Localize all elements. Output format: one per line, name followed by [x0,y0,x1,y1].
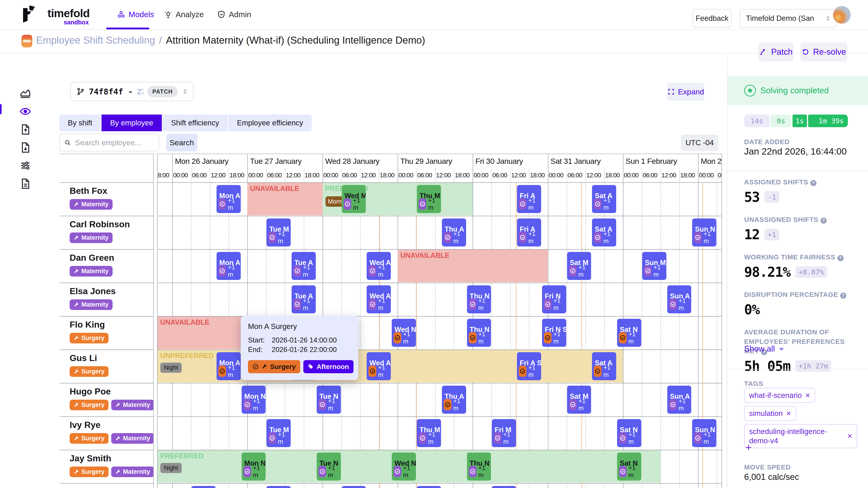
shift-block[interactable]: Wed A+1 m [367,252,391,280]
shift-block[interactable] [417,486,441,488]
shift-block[interactable]: Fri N+1 m [542,285,566,313]
remove-tag-icon[interactable]: × [847,431,852,441]
help-icon[interactable]: ? [820,218,827,224]
orange-clock-badge [519,365,526,377]
shift-block[interactable]: Mon A+1 m [217,352,241,380]
skill-badge-label: Maternity [123,468,150,475]
timefold-logo-icon[interactable] [19,5,41,24]
shift-block[interactable]: Fri A S+1 m [517,352,541,380]
shift-block[interactable]: Mon A+1 m [217,252,241,280]
rail-item-export[interactable] [20,142,31,153]
tag-pill[interactable]: what-if-scenario× [744,388,815,403]
shift-block[interactable]: Tue N+1 m [317,453,341,481]
rail-item-view[interactable] [20,105,31,117]
shift-block[interactable] [267,486,291,488]
nav-models[interactable]: Models [117,0,154,29]
remove-tag-icon[interactable]: × [805,391,810,400]
shift-duration-badge: +1 m [318,397,341,412]
nav-analyze[interactable]: Analyze [164,0,204,29]
shift-block[interactable]: Sat A+1 m [592,352,616,380]
shift-block[interactable]: Mon N+1 m [242,453,266,481]
shift-block[interactable]: Sat M+1 m [567,252,591,280]
shift-block[interactable]: Fri N S+1 m [542,319,566,347]
help-icon[interactable]: ? [840,293,846,299]
user-avatar[interactable] [833,6,851,24]
search-input[interactable] [74,138,154,147]
row-separator [158,416,721,417]
shift-block[interactable]: Thu N+1 m [467,453,491,481]
shift-block[interactable]: Sat N+1 m [617,453,641,481]
shift-block[interactable] [191,486,216,488]
shift-block[interactable]: Sat A+1 m [592,219,616,247]
shift-block[interactable]: Thu A+1 m [442,219,466,247]
workspace-select[interactable]: Timefold Demo (San [740,9,836,28]
rail-item-logs[interactable] [20,178,31,190]
tag-pill[interactable]: simulation× [744,406,796,421]
shift-block[interactable]: Thu N+1 m [467,319,491,347]
shift-block[interactable]: Fri M+1 m [492,419,516,447]
shift-block[interactable]: Mon A+1 m [217,185,241,213]
shift-block[interactable]: Thu M+1 m [417,419,441,447]
help-icon[interactable]: ? [810,180,816,186]
rail-item-overview[interactable] [20,88,31,99]
purple-clock-badge [469,299,476,310]
nav-admin[interactable]: Admin [217,0,251,29]
tab-by-employee[interactable]: By employee [101,115,162,131]
rail-item-import[interactable] [20,124,31,135]
shift-block[interactable]: Wed A+1 m [367,352,391,380]
clock-check-icon [244,401,250,408]
shift-block[interactable]: Tue A+1 m [291,252,316,280]
timezone-chip[interactable]: UTC -04 [681,135,718,151]
shift-block[interactable]: Sun M+1 m [642,252,666,280]
schedule-grid[interactable]: 00:0006:0012:0018:00Mon 26 January00:000… [157,154,722,488]
commit-select[interactable]: 74f8f4f - 27 days ago PATCH [70,82,193,101]
shift-block[interactable]: Tue N+1 m [317,386,341,414]
rail-item-settings[interactable] [20,160,31,171]
shift-block[interactable]: Sun A+1 m [667,386,691,414]
shift-block[interactable]: Thu A+1 m [442,386,466,414]
shift-block[interactable]: Sat A+1 m [592,185,616,213]
stat-value-row: 0% [744,302,857,318]
shift-block[interactable]: Sun A+1 m [667,285,691,313]
shift-block[interactable]: Sat M+1 m [567,386,591,414]
shift-block[interactable]: Thu M+1 m [417,185,441,213]
shift-block[interactable]: Tue A+1 m [291,285,316,313]
feedback-button[interactable]: Feedback [692,9,732,28]
shift-block[interactable]: Sat N+1 m [617,419,641,447]
shift-block[interactable]: Thu N+1 m [467,285,491,313]
search-box[interactable] [59,134,159,151]
shift-block[interactable]: Wed N+1 m [392,319,416,347]
shift-block[interactable]: Sun N+1 m [692,419,716,447]
shift-block[interactable]: Tue M+1 m [267,419,291,447]
skill-badge-surgery: Surgery [70,433,108,444]
commit-hash: 74f8f4f - [89,87,133,96]
shift-block[interactable] [492,486,516,488]
shift-block[interactable]: Tue M+1 m [267,219,291,247]
show-all-toggle[interactable]: Show all [744,344,785,354]
shift-block[interactable]: Fri A+1 m [517,219,541,247]
shift-block[interactable]: Sun N+1 m [692,219,716,247]
shift-block[interactable]: Wed A+1 m [367,285,391,313]
shift-block[interactable]: Mon N+1 m [242,386,266,414]
shift-block[interactable]: Wed M+1 m [342,185,366,213]
expand-button[interactable]: Expand [667,83,704,101]
brand-name[interactable]: timefold [48,7,90,20]
shift-block[interactable]: Wed N+1 m [392,453,416,481]
tab-by-shift[interactable]: By shift [59,115,101,131]
tab-shift-efficiency[interactable]: Shift efficiency [162,115,228,131]
shift-block[interactable]: Sat N+1 m [617,319,641,347]
search-icon [64,139,71,147]
skill-badge-maternity: Maternity [70,199,113,210]
availability-region-label: UNAVAILABLE [160,318,210,326]
breadcrumb-model-link[interactable]: Employee Shift Scheduling [36,35,155,46]
tab-employee-efficiency[interactable]: Employee efficiency [228,115,312,131]
search-button[interactable]: Search [166,134,197,151]
tag-pill[interactable]: scheduling-intelligence-demo-v4× [744,424,857,448]
add-tag-button[interactable]: + [745,442,752,453]
shift-block[interactable]: Fri A+1 m [517,185,541,213]
patch-button[interactable]: Patch [758,42,794,61]
help-icon[interactable]: ? [837,255,844,261]
shift-block[interactable] [342,486,366,488]
remove-tag-icon[interactable]: × [786,409,791,418]
resolve-button[interactable]: Re-solve [800,42,847,61]
